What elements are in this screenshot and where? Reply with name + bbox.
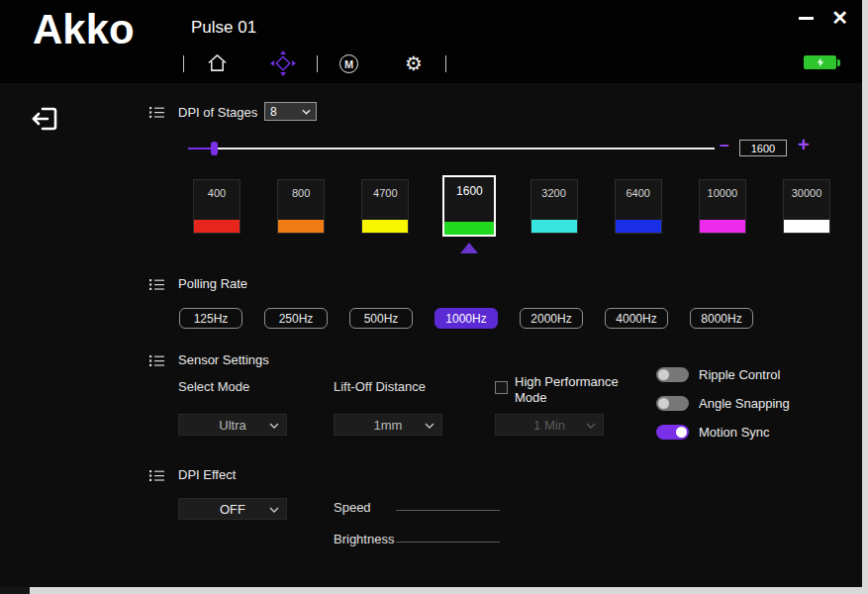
toggle-knob — [676, 427, 687, 438]
polling-option-button-selected[interactable]: 1000Hz — [434, 308, 498, 329]
dpi-stage-card[interactable]: 4700 — [361, 179, 409, 234]
dpi-stage-value: 400 — [208, 187, 226, 199]
nav-dpi-button[interactable] — [270, 50, 296, 80]
close-icon: ✕ — [831, 7, 848, 29]
dpi-stage-slot: 400 — [190, 179, 243, 234]
toggle-knob — [658, 369, 669, 380]
dpi-stage-value: 4700 — [373, 187, 397, 199]
polling-option-button[interactable]: 125Hz — [179, 308, 242, 329]
lightning-bolt-icon — [816, 57, 825, 67]
dpi-stage-card[interactable]: 30000 — [783, 179, 830, 234]
select-mode-label: Select Mode — [178, 379, 249, 394]
battery-charging-icon — [804, 55, 836, 69]
list-menu-icon — [149, 354, 164, 367]
titlebar: Akko Pulse 01 ✕ M — [0, 0, 862, 83]
app-window: Akko Pulse 01 ✕ M — [0, 0, 862, 587]
nav-separator — [445, 55, 446, 72]
select-mode-dropdown[interactable]: Ultra — [178, 414, 287, 436]
back-button[interactable] — [30, 105, 59, 137]
dpi-dpad-icon — [270, 50, 296, 76]
dpi-stage-value: 6400 — [626, 187, 649, 199]
dpi-slider[interactable] — [188, 142, 715, 155]
dpi-stage-card[interactable]: 800 — [277, 179, 325, 234]
gear-icon: ⚙ — [405, 52, 423, 74]
chevron-down-icon — [586, 423, 596, 429]
slider-track[interactable] — [188, 148, 715, 149]
angle-snapping-toggle[interactable] — [656, 396, 689, 411]
high-performance-checkbox[interactable] — [495, 381, 508, 394]
close-button[interactable]: ✕ — [831, 6, 848, 30]
dpi-stage-slot: 30000 — [780, 179, 833, 234]
polling-option-button[interactable]: 250Hz — [264, 308, 328, 329]
dpi-stage-count-value: 8 — [270, 105, 277, 119]
dpi-stage-slot: 3200 — [528, 179, 581, 234]
high-performance-timeout-value: 1 Min — [533, 418, 565, 433]
sensor-settings-label: Sensor Settings — [178, 352, 269, 367]
dpi-stage-slot: 6400 — [612, 179, 665, 234]
motion-sync-label: Motion Sync — [699, 425, 770, 440]
main-content: DPI of Stages 8 − 1600 + 400 800 — [0, 83, 862, 587]
dpi-effect-label: DPI Effect — [178, 467, 236, 482]
nav-home-button[interactable] — [206, 52, 229, 77]
brightness-label: Brightness — [334, 532, 394, 546]
motion-sync-row: Motion Sync — [656, 425, 770, 440]
speed-label: Speed — [334, 500, 371, 515]
dpi-stage-slot: 10000 — [696, 179, 749, 234]
polling-option-button[interactable]: 2000Hz — [520, 308, 583, 329]
high-performance-timeout-dropdown[interactable]: 1 Min — [495, 414, 604, 436]
dpi-effect-mode-dropdown[interactable]: OFF — [178, 498, 287, 520]
dpi-stage-value: 30000 — [792, 187, 822, 199]
list-menu-icon — [149, 469, 164, 482]
dpi-increase-button[interactable]: + — [798, 134, 810, 156]
angle-snapping-label: Angle Snapping — [699, 396, 790, 411]
ripple-control-row: Ripple Control — [656, 367, 780, 382]
speed-slider[interactable] — [396, 510, 500, 511]
dpi-stage-card[interactable]: 3200 — [530, 179, 578, 234]
app-logo: Akko — [33, 6, 135, 53]
lift-off-distance-dropdown[interactable]: 1mm — [334, 414, 442, 436]
dpi-stage-count-dropdown[interactable]: 8 — [264, 102, 317, 121]
ripple-control-toggle[interactable] — [656, 367, 689, 382]
dpi-stage-card[interactable]: 10000 — [699, 179, 746, 234]
angle-snapping-row: Angle Snapping — [656, 396, 790, 411]
high-performance-mode-label: High Performance Mode — [515, 374, 633, 406]
polling-option-button[interactable]: 8000Hz — [690, 308, 753, 329]
dpi-stage-color-bar — [700, 220, 745, 233]
back-exit-icon — [30, 105, 59, 133]
polling-option-button[interactable]: 4000Hz — [605, 308, 668, 329]
minimize-icon — [799, 17, 814, 20]
polling-rate-options: 125Hz 250Hz 500Hz 1000Hz 2000Hz 4000Hz 8… — [179, 308, 753, 329]
chevron-down-icon — [269, 507, 279, 513]
dpi-decrease-button[interactable]: − — [720, 137, 729, 156]
lift-off-distance-label: Lift-Off Distance — [334, 379, 426, 394]
chevron-down-icon — [425, 423, 434, 429]
dpi-stage-color-bar — [194, 220, 240, 233]
dpi-stage-slot: 800 — [274, 179, 328, 234]
dpi-stage-value: 1600 — [456, 184, 483, 198]
lift-off-distance-value: 1mm — [374, 418, 403, 433]
slider-handle[interactable] — [211, 142, 218, 155]
minimize-button[interactable] — [798, 10, 816, 26]
dpi-stage-value: 10000 — [708, 187, 738, 199]
dpi-stage-card[interactable]: 6400 — [615, 179, 662, 234]
nav-settings-button[interactable]: ⚙ — [405, 53, 423, 74]
selected-stage-indicator-icon — [460, 243, 478, 253]
polling-option-button[interactable]: 500Hz — [349, 308, 413, 329]
dpi-stage-slot-selected: 1600 — [442, 179, 496, 253]
taskbar-notch — [0, 587, 30, 594]
dpi-stage-card[interactable]: 1600 — [442, 175, 496, 237]
device-name: Pulse 01 — [191, 18, 256, 38]
motion-sync-toggle[interactable] — [656, 425, 689, 440]
nav-macro-button[interactable]: M — [339, 54, 358, 73]
dpi-stage-color-bar — [616, 220, 661, 233]
dpi-stage-slot: 4700 — [358, 179, 412, 234]
dpi-stage-color-bar — [362, 220, 408, 233]
nav-separator — [317, 55, 318, 72]
home-icon — [206, 52, 229, 73]
list-menu-icon — [149, 278, 164, 291]
brightness-slider[interactable] — [396, 542, 500, 543]
macro-m-icon: M — [339, 54, 358, 73]
dpi-stage-color-bar — [444, 222, 494, 235]
dpi-stage-value: 3200 — [541, 187, 565, 199]
dpi-stage-card[interactable]: 400 — [193, 179, 241, 234]
